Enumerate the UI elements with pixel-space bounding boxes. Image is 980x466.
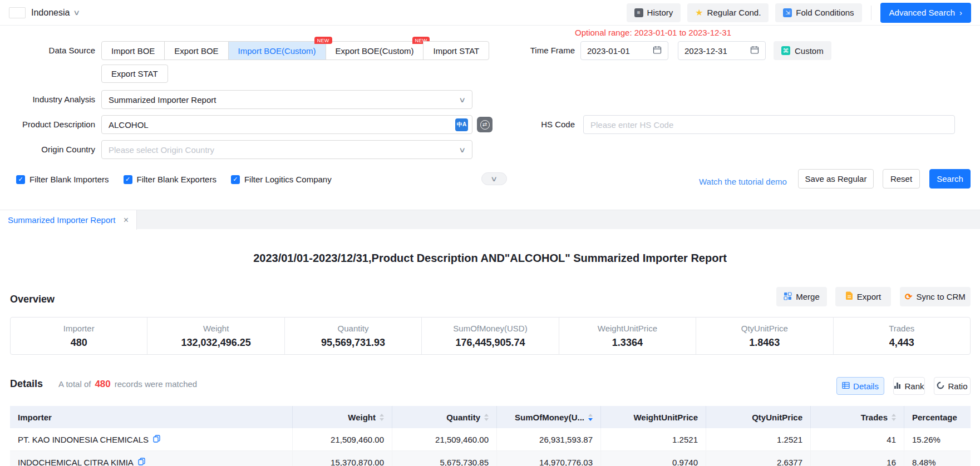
view-details-button[interactable]: Details <box>836 377 884 395</box>
chevron-down-icon[interactable]: ∨ <box>73 8 80 17</box>
sum-cell: 14,970,776.03 <box>497 451 601 466</box>
copy-icon[interactable] <box>138 458 145 466</box>
chevron-down-icon: ∨ <box>459 146 466 154</box>
expand-conditions-button[interactable]: ∨ <box>481 172 507 185</box>
stat-importer: Importer 480 <box>11 318 147 354</box>
details-heading-row: Details A total of 480 records were matc… <box>10 378 197 390</box>
search-button[interactable]: Search <box>929 169 971 189</box>
ratio-icon <box>937 381 944 391</box>
data-source-export-boe-custom[interactable]: Export BOE(Custom) NEW <box>326 41 424 60</box>
regular-cond-button[interactable]: ★ Regular Cond. <box>687 3 769 22</box>
table-row[interactable]: INDOCHEMICAL CITRA KIMIA 15,370,870.00 5… <box>10 451 971 466</box>
weight-cell: 21,509,460.00 <box>293 428 392 450</box>
data-source-import-boe-custom[interactable]: Import BOE(Custom) NEW <box>228 41 326 60</box>
view-ratio-button[interactable]: Ratio <box>934 377 971 395</box>
qty-unit-price-cell: 2.6377 <box>706 451 811 466</box>
advanced-search-button[interactable]: Advanced Search › <box>880 3 971 23</box>
save-as-regular-button[interactable]: Save as Regular <box>798 169 874 189</box>
importer-name-link[interactable]: INDOCHEMICAL CITRA KIMIA <box>18 458 134 466</box>
importer-cell[interactable]: PT. KAO INDONESIA CHEMICALS <box>10 428 293 450</box>
stat-weight-unit-price: WeightUnitPrice 1.3364 <box>559 318 696 354</box>
reset-button[interactable]: Reset <box>883 169 920 189</box>
percentage-cell: 8.48% <box>904 451 971 466</box>
sort-icon[interactable] <box>484 414 489 421</box>
sum-cell: 26,931,593.87 <box>497 428 601 450</box>
weight-unit-price-cell: 0.9740 <box>601 451 706 466</box>
details-table: Importer Weight Quantity SumOfMoney(U...… <box>10 406 971 466</box>
product-description-input[interactable] <box>109 120 455 130</box>
trades-cell: 16 <box>811 451 904 466</box>
filter-checkbox-row: ✓ Filter Blank Importers ✓ Filter Blank … <box>16 175 332 184</box>
data-source-import-stat[interactable]: Import STAT <box>423 41 489 60</box>
topbar: Indonesia ∨ ≡ History ★ Regular Cond. ⇲ … <box>0 0 980 26</box>
sort-icon-active-desc[interactable] <box>588 414 593 421</box>
merge-icon <box>784 292 792 302</box>
origin-country-label: Origin Country <box>0 140 95 159</box>
country-selector-label[interactable]: Indonesia <box>31 8 70 18</box>
match-count: 480 <box>95 379 110 390</box>
filter-blank-exporters-checkbox[interactable]: ✓ Filter Blank Exporters <box>124 175 216 184</box>
trades-cell: 41 <box>811 428 904 450</box>
stat-qty-unit-price: QtyUnitPrice 1.8463 <box>696 318 833 354</box>
stat-sum-of-money: SumOfMoney(USD) 176,445,905.74 <box>421 318 558 354</box>
fold-icon: ⇲ <box>783 8 792 17</box>
date-start-input[interactable]: 2023-01-01 <box>580 41 668 60</box>
column-header-trades[interactable]: Trades <box>811 406 904 428</box>
star-icon: ★ <box>695 7 703 18</box>
sync-to-crm-button[interactable]: ⟳ Sync to CRM <box>900 287 971 306</box>
custom-icon: ⌘ <box>781 46 790 55</box>
tab-summarized-importer-report[interactable]: Summarized Importer Report × <box>0 210 137 230</box>
importer-cell[interactable]: INDOCHEMICAL CITRA KIMIA <box>10 451 293 466</box>
view-rank-button[interactable]: Rank <box>893 377 925 395</box>
quantity-cell: 21,509,460.00 <box>392 428 497 450</box>
origin-country-select[interactable]: Please select Origin Country ∨ <box>101 140 472 159</box>
data-source-export-boe[interactable]: Export BOE <box>164 41 228 60</box>
filter-blank-importers-checkbox[interactable]: ✓ Filter Blank Importers <box>16 175 109 184</box>
optional-range-text: Optional range: 2023-01-01 to 2023-12-31 <box>575 28 731 37</box>
industry-analysis-select[interactable]: Summarized Importer Report ∨ <box>101 90 472 109</box>
time-frame-label: Time Frame <box>497 41 575 60</box>
importer-name-link[interactable]: PT. KAO INDONESIA CHEMICALS <box>18 435 149 444</box>
fuzzy-search-icon[interactable]: ⇄ <box>477 117 493 132</box>
copy-icon[interactable] <box>153 435 160 444</box>
custom-range-button[interactable]: ⌘ Custom <box>774 41 831 60</box>
hs-code-field <box>583 115 955 134</box>
fold-conditions-button[interactable]: ⇲ Fold Conditions <box>775 3 861 22</box>
weight-cell: 15,370,870.00 <box>293 451 392 466</box>
hs-code-label: HS Code <box>497 115 575 134</box>
calendar-icon <box>653 46 662 56</box>
column-header-sum-of-money[interactable]: SumOfMoney(U... <box>497 406 601 428</box>
stat-quantity: Quantity 95,569,731.93 <box>284 318 421 354</box>
column-header-qty-unit-price[interactable]: QtyUnitPrice <box>706 406 811 428</box>
column-header-importer[interactable]: Importer <box>10 406 293 428</box>
export-button[interactable]: Export <box>835 287 891 306</box>
column-header-percentage[interactable]: Percentage <box>904 406 971 428</box>
data-source-import-boe[interactable]: Import BOE <box>101 41 165 60</box>
calendar-icon <box>750 46 759 56</box>
details-heading: Details <box>10 378 43 390</box>
page: Indonesia ∨ ≡ History ★ Regular Cond. ⇲ … <box>0 0 980 466</box>
column-header-quantity[interactable]: Quantity <box>392 406 497 428</box>
translate-icon[interactable]: 中A <box>455 118 468 131</box>
product-description-label: Product Description <box>0 115 95 134</box>
close-icon[interactable]: × <box>124 215 129 225</box>
merge-button[interactable]: Merge <box>776 287 827 306</box>
date-end-input[interactable]: 2023-12-31 <box>678 41 766 60</box>
history-button[interactable]: ≡ History <box>627 3 681 22</box>
hs-code-input[interactable] <box>590 120 948 130</box>
filter-logistics-company-checkbox[interactable]: ✓ Filter Logitics Company <box>231 175 332 184</box>
column-header-weight[interactable]: Weight <box>293 406 392 428</box>
match-summary: A total of 480 records were matched <box>58 379 197 390</box>
stat-weight: Weight 132,032,496.25 <box>147 318 284 354</box>
sort-icon[interactable] <box>892 414 896 421</box>
weight-unit-price-cell: 1.2521 <box>601 428 706 450</box>
data-source-export-stat[interactable]: Export STAT <box>101 65 168 83</box>
table-row[interactable]: PT. KAO INDONESIA CHEMICALS 21,509,460.0… <box>10 428 971 451</box>
tutorial-demo-link[interactable]: Watch the tutorial demo <box>699 173 787 190</box>
checkbox-checked-icon: ✓ <box>124 175 132 184</box>
indonesia-flag-icon <box>9 7 26 18</box>
column-header-weight-unit-price[interactable]: WeightUnitPrice <box>601 406 706 428</box>
tab-strip: Summarized Importer Report × <box>0 210 980 229</box>
sort-icon[interactable] <box>380 414 384 421</box>
chevron-down-icon: ∨ <box>459 96 466 104</box>
